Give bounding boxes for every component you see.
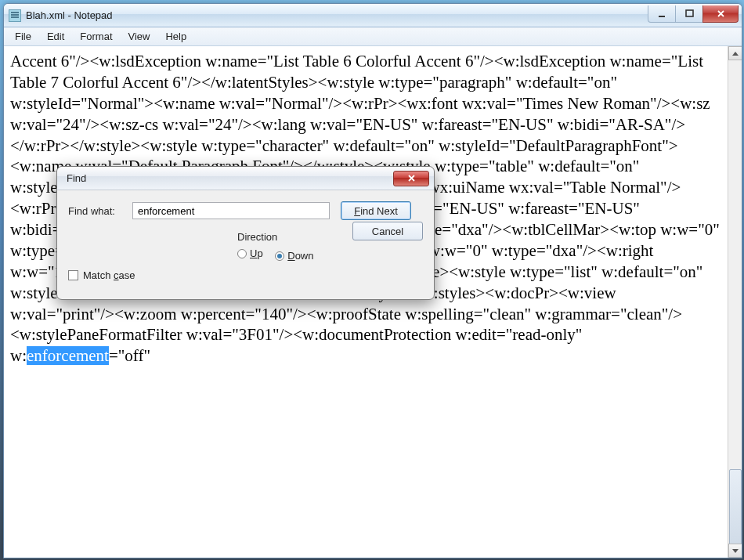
find-dialog-close-button[interactable] xyxy=(393,171,429,186)
find-dialog-titlebar[interactable]: Find xyxy=(57,167,434,190)
find-what-label: Find what: xyxy=(68,205,132,217)
menu-view[interactable]: View xyxy=(121,29,158,44)
minimize-button[interactable] xyxy=(648,5,676,23)
window-close-button[interactable] xyxy=(702,5,739,23)
notepad-icon xyxy=(9,9,21,22)
find-what-input[interactable] xyxy=(132,202,330,219)
direction-label: Direction xyxy=(237,231,323,243)
menubar: File Edit Format View Help xyxy=(4,27,742,46)
titlebar[interactable]: Blah.xml - Notepad xyxy=(4,4,742,27)
cancel-button[interactable]: Cancel xyxy=(352,222,423,240)
maximize-button[interactable] xyxy=(675,5,703,23)
find-dialog-title: Find xyxy=(67,172,393,184)
match-case-checkbox[interactable] xyxy=(68,270,78,280)
find-next-button[interactable]: Find Next xyxy=(341,201,411,220)
svg-rect-0 xyxy=(659,16,665,17)
menu-help[interactable]: Help xyxy=(157,29,194,44)
menu-file[interactable]: File xyxy=(7,29,39,44)
direction-up-radio[interactable]: Up xyxy=(237,247,263,259)
svg-rect-1 xyxy=(686,10,693,16)
menu-edit[interactable]: Edit xyxy=(39,29,72,44)
text-area[interactable]: Accent 6"/><w:lsdException w:name="List … xyxy=(4,46,728,558)
window-title: Blah.xml - Notepad xyxy=(26,9,648,21)
scroll-thumb[interactable] xyxy=(729,469,742,555)
selected-text: enforcement xyxy=(27,346,109,365)
vertical-scrollbar[interactable] xyxy=(728,46,742,558)
text-post: ="off" xyxy=(109,346,150,365)
direction-down-radio[interactable]: Down xyxy=(275,250,313,262)
menu-format[interactable]: Format xyxy=(72,29,120,44)
match-case-label: Match case xyxy=(83,269,135,281)
scroll-down-button[interactable] xyxy=(728,544,742,558)
scroll-up-button[interactable] xyxy=(728,46,742,60)
find-dialog: Find Find what: Find Next Direction Up D… xyxy=(56,166,435,300)
